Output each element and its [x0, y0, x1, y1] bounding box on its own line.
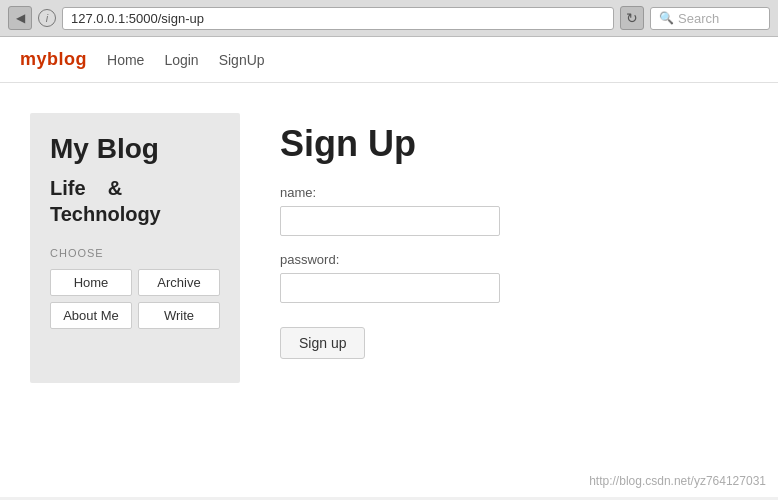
sidebar-btn-archive[interactable]: Archive [138, 269, 220, 296]
sidebar-subtitle: Life &Technology [50, 175, 220, 227]
browser-chrome: ◀ i 127.0.0.1:5000/sign-up ↻ 🔍 Search [0, 0, 778, 37]
info-icon: i [38, 9, 56, 27]
nav-link-home[interactable]: Home [107, 52, 144, 68]
sidebar-choose-label: CHOOSE [50, 247, 220, 259]
footer-watermark: http://blog.csdn.net/yz764127031 [589, 474, 766, 488]
browser-toolbar: ◀ i 127.0.0.1:5000/sign-up ↻ 🔍 Search [0, 0, 778, 36]
password-form-group: password: [280, 252, 748, 303]
url-bar[interactable]: 127.0.0.1:5000/sign-up [62, 7, 614, 30]
search-placeholder: Search [678, 11, 719, 26]
sidebar: My Blog Life &Technology CHOOSE Home Arc… [30, 113, 240, 383]
nav-link-signup[interactable]: SignUp [219, 52, 265, 68]
main-content: My Blog Life &Technology CHOOSE Home Arc… [0, 83, 778, 413]
password-input[interactable] [280, 273, 500, 303]
back-button[interactable]: ◀ [8, 6, 32, 30]
navbar-links: Home Login SignUp [107, 52, 265, 68]
url-text: 127.0.0.1:5000/sign-up [71, 11, 204, 26]
signup-section: Sign Up name: password: Sign up [280, 113, 748, 359]
reload-button[interactable]: ↻ [620, 6, 644, 30]
signup-title: Sign Up [280, 123, 748, 165]
password-label: password: [280, 252, 748, 267]
name-form-group: name: [280, 185, 748, 236]
sidebar-btn-about[interactable]: About Me [50, 302, 132, 329]
sidebar-buttons: Home Archive About Me Write [50, 269, 220, 329]
nav-link-login[interactable]: Login [164, 52, 198, 68]
sidebar-btn-home[interactable]: Home [50, 269, 132, 296]
search-icon: 🔍 [659, 11, 674, 25]
search-bar[interactable]: 🔍 Search [650, 7, 770, 30]
signup-button[interactable]: Sign up [280, 327, 365, 359]
sidebar-title: My Blog [50, 133, 220, 165]
navbar-brand[interactable]: myblog [20, 49, 87, 70]
name-input[interactable] [280, 206, 500, 236]
navbar: myblog Home Login SignUp [0, 37, 778, 83]
name-label: name: [280, 185, 748, 200]
sidebar-btn-write[interactable]: Write [138, 302, 220, 329]
page-wrapper: myblog Home Login SignUp My Blog Life &T… [0, 37, 778, 497]
